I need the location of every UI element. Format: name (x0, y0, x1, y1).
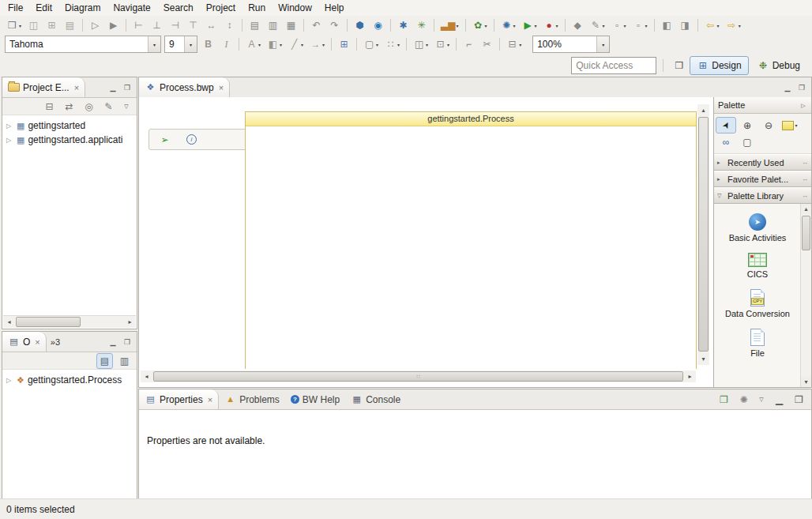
scroll-down-icon[interactable]: ▾ (697, 353, 709, 365)
canvas-vertical-scrollbar[interactable]: ▴ ▾ (697, 104, 709, 365)
table-button[interactable]: ⊞ (336, 35, 352, 54)
minimize-icon[interactable]: ▁ (781, 81, 794, 94)
debug-perspective-button[interactable]: ❉ Debug (750, 56, 807, 75)
report-button[interactable]: ▃▆▾ (438, 16, 461, 35)
distribute-vertical-button[interactable]: ↕ (221, 16, 238, 35)
palette-scrollbar[interactable]: ▴ ▾ (800, 204, 811, 387)
align-center-button[interactable]: ⊥ (148, 16, 165, 35)
expander-icon[interactable]: ▷ (6, 137, 13, 144)
drawer-palette-library[interactable]: ▽ Palette Library ↔ (714, 187, 811, 204)
new-wizard-button[interactable]: ❒▾ (4, 16, 24, 35)
marquee-tool-button[interactable]: ▢ (737, 134, 757, 150)
maximize-button[interactable]: ❐ (791, 390, 807, 409)
layout-button[interactable]: ◫▾ (411, 35, 430, 54)
close-icon[interactable]: × (35, 337, 39, 347)
minimize-icon[interactable]: ▁ (107, 336, 119, 348)
palette-pin-icon[interactable]: ▷ (799, 103, 807, 108)
debug-button[interactable]: ▷ (87, 16, 103, 35)
drawer-pin-icon[interactable]: ↔ (802, 159, 808, 166)
distribute-horizontal-button[interactable]: ↔ (203, 16, 220, 35)
close-icon[interactable]: × (219, 83, 224, 92)
menu-item-navigate[interactable]: Navigate (107, 0, 156, 16)
align-top-button[interactable]: ⊤ (185, 16, 201, 35)
scroll-right-icon[interactable]: ▸ (684, 370, 696, 382)
tree-item[interactable]: ▷❖gettingstarted.Process (2, 373, 137, 387)
scrollbar-track[interactable] (801, 214, 811, 377)
ungroup-button[interactable]: ✂ (479, 35, 495, 54)
tab-problems[interactable]: ▲Problems (219, 389, 285, 409)
palette-item-basic[interactable]: ➤Basic Activities (714, 207, 801, 246)
zoom-in-tool-button[interactable]: ⊕ (737, 117, 757, 134)
italic-button[interactable]: I (218, 35, 235, 54)
print-button[interactable]: ▤ (62, 16, 78, 35)
design-perspective-button[interactable]: ⊞ Design (690, 56, 748, 75)
back-button[interactable]: ⇦▾ (702, 16, 722, 35)
menu-item-search[interactable]: Search (157, 0, 200, 16)
open-perspective-button[interactable]: ❒ (671, 56, 687, 75)
forward-button[interactable]: ⇨▾ (724, 16, 743, 35)
breakpoint-button[interactable]: ◆ (570, 16, 586, 35)
tab-console[interactable]: ▦Console (345, 389, 406, 409)
info-button[interactable]: i (184, 132, 199, 148)
drawer-favorite-palettes[interactable]: ▸ Favorite Palet... ↔ (714, 171, 811, 187)
bold-button[interactable]: B (200, 35, 216, 54)
group-button[interactable]: ⌐ (461, 35, 477, 54)
match-size-button[interactable]: ▦ (283, 16, 299, 35)
edit-button[interactable]: ✎▾ (588, 16, 607, 35)
note-tool-button[interactable]: ▾ (780, 117, 800, 134)
select-mode-button[interactable]: ▢▾ (361, 35, 381, 54)
zoom-out-tool-button[interactable]: ⊖ (758, 117, 779, 134)
menu-item-file[interactable]: File (2, 0, 29, 16)
line-style-button[interactable]: ╱▾ (286, 35, 306, 54)
snap-grid-button[interactable]: ∷▾ (382, 35, 402, 54)
scrollbar-thumb[interactable] (802, 216, 810, 250)
debug-launch-button[interactable]: ●▾ (541, 16, 561, 35)
scrollbar-track[interactable]: ∷ (152, 370, 684, 382)
menu-item-run[interactable]: Run (242, 0, 272, 16)
maximize-icon[interactable]: ❐ (795, 81, 808, 94)
font-size-select[interactable]: 9 ▾ (164, 36, 197, 53)
scroll-up-icon[interactable]: ▴ (697, 104, 709, 116)
match-height-button[interactable]: ▥ (265, 16, 281, 35)
palette-item-doc[interactable]: CPYData Conversion (714, 283, 801, 322)
editor-tab-process-bwp[interactable]: ❖ Process.bwp × (139, 77, 230, 97)
link-tool-button[interactable]: ∞ (716, 134, 736, 150)
detach-view-button[interactable]: ❐ (716, 390, 732, 409)
scrollbar-thumb[interactable]: ∷ (153, 371, 683, 382)
palette-item-cics[interactable]: CICS (714, 246, 801, 283)
font-color-button[interactable]: A▾ (243, 35, 263, 54)
new-server-button[interactable]: ⬢ (351, 16, 368, 35)
align-right-button[interactable]: ⊣ (167, 16, 183, 35)
quick-access-input[interactable] (571, 57, 656, 74)
shared-resource-button[interactable]: ✳ (413, 16, 430, 35)
view-menu-button[interactable]: ▽ (755, 390, 768, 409)
focus-button[interactable]: ◎ (81, 99, 97, 115)
menu-item-window[interactable]: Window (272, 0, 318, 16)
redo-button[interactable]: ↷ (326, 16, 343, 35)
tab-properties[interactable]: ▤Properties× (139, 389, 219, 409)
scrollbar-thumb[interactable] (16, 317, 81, 327)
scroll-left-icon[interactable]: ◂ (141, 370, 152, 382)
scrollbar-thumb[interactable] (698, 117, 709, 352)
scroll-left-icon[interactable]: ◂ (3, 316, 15, 328)
canvas-horizontal-scrollbar[interactable]: ◂ ∷ ▸ (141, 370, 696, 382)
scroll-down-icon[interactable]: ▾ (801, 377, 811, 387)
minimize-button[interactable]: ▁ (771, 390, 788, 409)
match-width-button[interactable]: ▤ (246, 16, 263, 35)
scrollbar-track[interactable] (697, 116, 709, 353)
arrow-style-button[interactable]: →▾ (307, 35, 327, 54)
toggle-decorations-button[interactable]: ▫▾ (609, 16, 629, 35)
outline-overview-button[interactable]: ▥ (116, 353, 133, 369)
process-canvas[interactable]: ➢i gettingstarted.Process ▴ ▾ ◂ ∷ (139, 97, 713, 387)
menu-item-help[interactable]: Help (318, 0, 351, 16)
scrollbar-track[interactable] (15, 316, 124, 328)
run-button[interactable]: ▶ (105, 16, 122, 35)
maximize-icon[interactable]: ❐ (121, 81, 133, 94)
routing-button[interactable]: ⊡▾ (432, 35, 452, 54)
run-launch-button[interactable]: ▶▾ (520, 16, 539, 35)
outline-tab[interactable]: ▤ O × (2, 332, 47, 352)
zoom-select[interactable]: 100% ▾ (532, 36, 610, 53)
undo-button[interactable]: ↶ (308, 16, 325, 35)
pin-editor-button[interactable]: ◧ (659, 16, 675, 35)
selection-tool-button[interactable]: ➤ (716, 117, 736, 134)
